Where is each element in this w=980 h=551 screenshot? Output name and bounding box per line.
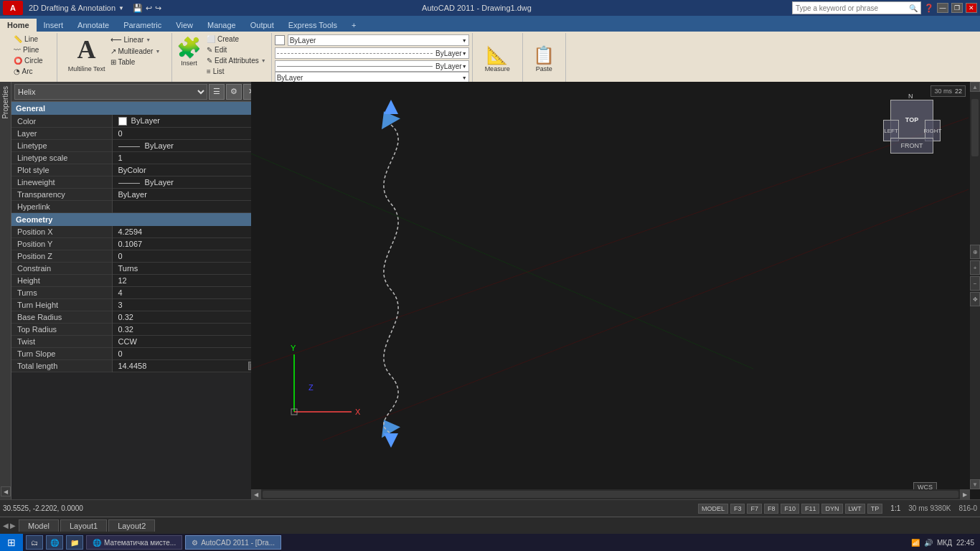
prop-value-turns[interactable]: 4 — [112, 287, 262, 299]
close-btn[interactable]: ✕ — [966, 3, 977, 13]
scroll-down-btn[interactable]: ▼ — [970, 479, 980, 489]
save-icon[interactable]: 💾 — [133, 4, 143, 13]
search-input[interactable] — [796, 4, 909, 12]
lineweight-prop-value[interactable]: ByLayer — [112, 176, 262, 189]
props-collapse-btn[interactable]: ◀ — [1, 486, 11, 496]
layout2-tab[interactable]: Layout2 — [108, 519, 155, 532]
zoom-in-btn[interactable]: + — [970, 260, 980, 275]
prop-value-total-length[interactable]: 14.4458▣ — [113, 360, 263, 372]
toggle-view-btn[interactable]: ☰ — [209, 84, 225, 100]
prop-value-position-x[interactable]: 4.2594 — [112, 226, 262, 238]
circle-btn[interactable]: ⭕ Circle — [11, 56, 44, 65]
search-icon[interactable]: 🔍 — [909, 4, 918, 12]
tab-manage[interactable]: Manage — [200, 19, 243, 32]
table-btn[interactable]: ⊞ Table — [108, 57, 163, 67]
minimize-btn[interactable]: — — [937, 3, 948, 13]
taskbar-icon-ie[interactable]: 🌐 — [46, 535, 63, 550]
dyn-btn[interactable]: DYN — [821, 504, 842, 514]
create-btn[interactable]: ⬜ Create — [204, 34, 268, 44]
model-tab[interactable]: Model — [19, 519, 59, 532]
prop-value-constrain[interactable]: Turns — [112, 263, 262, 275]
prop-value-turn-slope[interactable]: 0 — [112, 348, 262, 360]
tab-annotate[interactable]: Annotate — [70, 19, 116, 32]
plus-tab[interactable]: + — [344, 19, 363, 32]
viewcube-front-face[interactable]: FRONT — [890, 138, 933, 154]
general-section-header[interactable]: General ▲ — [11, 102, 262, 115]
geometry-section-header[interactable]: Geometry ▲ — [11, 213, 262, 226]
hyperlink-prop-value[interactable] — [112, 201, 262, 213]
horizontal-scrollbar[interactable]: ◀ ▶ — [251, 489, 970, 499]
undo-icon[interactable]: ↩ — [146, 4, 152, 13]
multiline-text-btn[interactable]: A Multiline Text — [67, 34, 107, 74]
help-icon[interactable]: ❓ — [924, 4, 934, 13]
osnap-btn[interactable]: F11 — [801, 504, 820, 514]
scroll-right-btn[interactable]: ▶ — [960, 489, 970, 499]
polar-btn[interactable]: F10 — [781, 504, 799, 514]
prop-value-top-radius[interactable]: 0.32 — [112, 324, 262, 336]
prop-value-position-z[interactable]: 0 — [112, 250, 262, 263]
properties-settings-btn[interactable]: ⚙ — [226, 84, 242, 100]
tab-arrow-right[interactable]: ▶ — [10, 522, 16, 529]
tab-insert[interactable]: Insert — [37, 19, 71, 32]
taskbar-icon-other[interactable]: 📁 — [66, 535, 83, 550]
snap-btn[interactable]: F3 — [730, 504, 745, 514]
color-dropdown[interactable]: ByLayer ▼ — [288, 34, 469, 46]
tab-arrow-left[interactable]: ◀ — [3, 522, 9, 529]
paste-btn[interactable]: 📋 Paste — [531, 44, 557, 74]
transparency-prop-value[interactable]: ByLayer — [112, 189, 262, 201]
prop-value-position-y[interactable]: 0.1067 — [112, 238, 262, 250]
zoom-extents-btn[interactable]: ⊕ — [970, 245, 980, 259]
model-space-btn[interactable]: MODEL — [698, 504, 728, 514]
color-prop-value[interactable]: ByLayer — [112, 115, 262, 128]
scroll-thumb-h[interactable] — [263, 491, 958, 498]
edit-btn[interactable]: ✎ Edit — [204, 45, 268, 55]
plot-style-prop-value[interactable]: ByColor — [112, 164, 262, 176]
ortho-btn[interactable]: F8 — [764, 504, 779, 514]
tab-output[interactable]: Output — [243, 19, 281, 32]
style-dropdown[interactable]: Helix — [14, 84, 207, 100]
scroll-up-btn[interactable]: ▲ — [970, 82, 980, 92]
linear-btn[interactable]: ⟵ Linear ▼ — [108, 34, 163, 45]
pline-btn[interactable]: 〰 Pline — [11, 45, 44, 55]
multileader-btn[interactable]: ↗ Multileader ▼ — [108, 47, 163, 56]
scroll-left-btn[interactable]: ◀ — [251, 489, 261, 499]
layer-prop-value[interactable]: 0 — [112, 128, 262, 140]
linetype-dropdown[interactable]: ByLayer ▼ — [275, 47, 469, 59]
plot-style-dropdown[interactable]: ByLayer ▼ — [275, 60, 469, 72]
edit-attrs-btn[interactable]: ✎ Edit Attributes ▼ — [204, 56, 268, 65]
line-btn[interactable]: 📏 Line — [11, 34, 44, 44]
linetype-scale-prop-value[interactable]: 1 — [112, 152, 262, 164]
workspace-dropdown-icon[interactable]: ▼ — [118, 5, 124, 11]
tab-express-tools[interactable]: Express Tools — [281, 19, 344, 32]
taskbar-item-chrome[interactable]: 🌐 Математичка мисте... — [86, 535, 182, 550]
list-btn[interactable]: ≡ List — [204, 67, 268, 76]
viewcube-container[interactable]: TOP LEFT RIGHT FRONT N — [880, 93, 944, 157]
tab-parametric[interactable]: Parametric — [116, 19, 169, 32]
search-box[interactable]: 🔍 — [792, 1, 921, 14]
taskbar-icon-explorer[interactable]: 🗂 — [26, 535, 43, 550]
prop-value-twist[interactable]: CCW — [112, 336, 262, 348]
layout1-tab[interactable]: Layout1 — [60, 519, 107, 532]
zoom-out-btn[interactable]: − — [970, 276, 980, 291]
viewcube[interactable]: TOP LEFT RIGHT FRONT N — [880, 93, 944, 157]
grid-btn[interactable]: F7 — [747, 504, 762, 514]
tab-view[interactable]: View — [169, 19, 200, 32]
canvas-area[interactable]: Y X Z TOP LEFT RIGH — [251, 82, 980, 499]
prop-value-turn-height[interactable]: 3 — [112, 299, 262, 311]
vertical-scrollbar[interactable]: ▲ ▼ ⊕ + − ✥ — [970, 82, 980, 489]
prop-value-height[interactable]: 12 — [112, 275, 262, 287]
insert-btn[interactable]: 🧩 Insert — [175, 34, 203, 68]
lw-btn[interactable]: LWT — [845, 504, 865, 514]
prop-value-base-radius[interactable]: 0.32 — [112, 311, 262, 324]
tpmode-btn[interactable]: TP — [867, 504, 883, 514]
start-button[interactable]: ⊞ — [0, 534, 23, 551]
redo-icon[interactable]: ↪ — [155, 4, 161, 13]
maximize-btn[interactable]: ❐ — [951, 3, 963, 13]
side-tab-properties[interactable]: Properties — [0, 82, 11, 123]
arc-btn[interactable]: ◔ Arc — [11, 67, 44, 76]
pan-btn[interactable]: ✥ — [970, 292, 980, 306]
measure-btn[interactable]: 📐 Measure — [484, 44, 512, 74]
tab-home[interactable]: Home — [0, 19, 37, 32]
taskbar-item-autocad[interactable]: ⚙ AutoCAD 2011 - [Dra... — [185, 535, 281, 550]
linetype-prop-value[interactable]: ByLayer — [112, 140, 262, 152]
